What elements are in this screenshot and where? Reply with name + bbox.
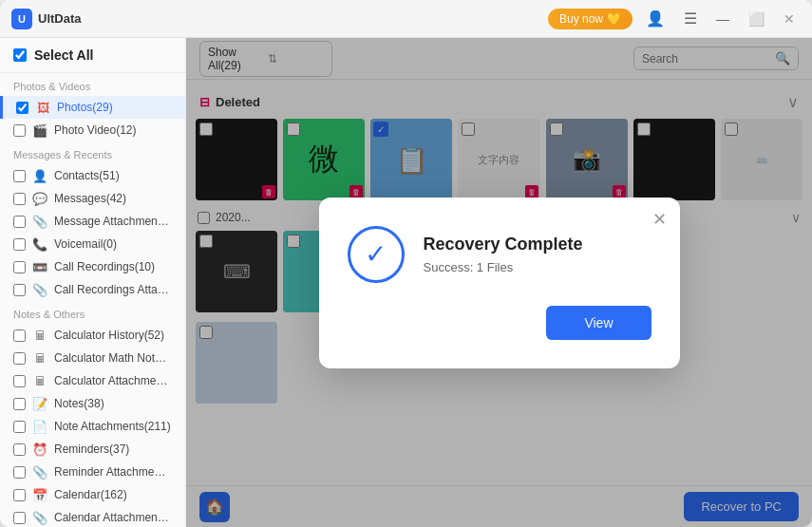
recovery-complete-modal: ✕ ✓ Recovery Complete Success: 1 Files V… xyxy=(319,198,680,368)
calc-history-checkbox[interactable] xyxy=(13,329,26,342)
buy-now-button[interactable]: Buy now 💛 xyxy=(548,9,633,29)
sidebar-item-notes[interactable]: 📝 Notes(38) xyxy=(0,392,185,415)
titlebar: U UltData Buy now 💛 👤 ☰ — ⬜ ✕ xyxy=(0,0,812,38)
photo-video-checkbox[interactable] xyxy=(13,124,26,137)
msg-attach-label: Message Attachments(16) xyxy=(54,215,172,228)
sidebar-item-photo-video[interactable]: 🎬 Photo Video(12) xyxy=(0,119,185,141)
sidebar-item-calc-attach[interactable]: 🖩 Calculator Attachments(30) xyxy=(0,369,185,392)
contacts-label: Contacts(51) xyxy=(54,169,172,182)
section-notes: Notes & Others xyxy=(0,301,185,324)
notes-label: Notes(38) xyxy=(54,397,172,410)
cal-attach-label: Calendar Attachments(1) xyxy=(54,511,172,524)
sidebar: Select All Photos & Videos 🖼 Photos(29) … xyxy=(0,38,186,527)
section-messages: Messages & Recents xyxy=(0,141,185,164)
video-icon: 🎬 xyxy=(32,122,47,138)
voicemail-label: Voicemail(0) xyxy=(54,237,172,251)
calendar-label: Calendar(162) xyxy=(54,488,172,501)
photos-icon: 🖼 xyxy=(35,100,50,115)
messages-checkbox[interactable] xyxy=(13,193,26,205)
messages-label: Messages(42) xyxy=(54,192,172,205)
calc-history-icon: 🖩 xyxy=(32,328,47,343)
msg-attach-checkbox[interactable] xyxy=(13,216,26,228)
call-attach-checkbox[interactable] xyxy=(13,284,26,296)
app-title: UltData xyxy=(38,11,82,26)
select-all-checkbox[interactable] xyxy=(13,48,27,62)
success-circle: ✓ xyxy=(348,226,405,283)
photo-video-label: Photo Video(12) xyxy=(54,123,172,137)
calls-icon: 📼 xyxy=(32,259,47,274)
modal-title: Recovery Complete xyxy=(424,235,583,254)
reminder-attach-icon: 📎 xyxy=(32,464,47,480)
calls-label: Call Recordings(10) xyxy=(54,260,172,273)
sidebar-item-contacts[interactable]: 👤 Contacts(51) xyxy=(0,164,185,187)
calc-history-label: Calculator History(52) xyxy=(54,329,172,342)
calendar-checkbox[interactable] xyxy=(13,489,26,501)
calc-math-checkbox[interactable] xyxy=(13,352,26,365)
sidebar-item-call-attachments[interactable]: 📎 Call Recordings Attachment... xyxy=(0,278,185,301)
sidebar-item-messages[interactable]: 💬 Messages(42) xyxy=(0,187,185,210)
call-attach-icon: 📎 xyxy=(32,282,47,297)
sidebar-item-voicemail[interactable]: 📞 Voicemail(0) xyxy=(0,233,185,255)
modal-subtitle: Success: 1 Files xyxy=(424,260,583,274)
msg-attach-icon: 📎 xyxy=(32,214,47,229)
modal-close-button[interactable]: ✕ xyxy=(652,209,667,230)
reminder-attach-label: Reminder Attachments(27) xyxy=(54,465,172,479)
calc-attach-icon: 🖩 xyxy=(32,373,47,388)
titlebar-actions: Buy now 💛 👤 ☰ — ⬜ ✕ xyxy=(548,6,801,31)
modal-footer: View xyxy=(348,306,651,340)
calls-checkbox[interactable] xyxy=(13,261,26,273)
sidebar-item-photos[interactable]: 🖼 Photos(29) xyxy=(0,96,185,119)
modal-overlay: ✕ ✓ Recovery Complete Success: 1 Files V… xyxy=(186,38,812,527)
contacts-checkbox[interactable] xyxy=(13,170,26,182)
calc-math-label: Calculator Math Notes(6) xyxy=(54,351,172,365)
select-all-row: Select All xyxy=(0,38,185,73)
calc-math-icon: 🖩 xyxy=(32,350,47,366)
photos-checkbox[interactable] xyxy=(16,102,28,114)
checkmark-icon: ✓ xyxy=(365,238,387,270)
cal-attach-icon: 📎 xyxy=(32,510,47,525)
sidebar-item-calc-math[interactable]: 🖩 Calculator Math Notes(6) xyxy=(0,347,185,369)
notes-checkbox[interactable] xyxy=(13,398,26,410)
menu-button[interactable]: ☰ xyxy=(678,6,703,31)
voicemail-icon: 📞 xyxy=(32,236,47,252)
reminders-checkbox[interactable] xyxy=(13,443,26,456)
calc-attach-label: Calculator Attachments(30) xyxy=(54,374,172,387)
select-all-label: Select All xyxy=(34,47,94,63)
notes-icon: 📝 xyxy=(32,396,47,411)
sidebar-item-reminder-attach[interactable]: 📎 Reminder Attachments(27) xyxy=(0,461,185,483)
modal-text: Recovery Complete Success: 1 Files xyxy=(424,235,583,274)
sidebar-item-reminders[interactable]: ⏰ Reminders(37) xyxy=(0,438,185,461)
calc-attach-checkbox[interactable] xyxy=(13,375,26,387)
logo-icon: U xyxy=(11,9,32,29)
sidebar-item-calendar[interactable]: 📅 Calendar(162) xyxy=(0,483,185,506)
note-attach-checkbox[interactable] xyxy=(13,421,26,433)
reminders-icon: ⏰ xyxy=(32,442,47,457)
sidebar-item-cal-attach[interactable]: 📎 Calendar Attachments(1) xyxy=(0,506,185,527)
cal-attach-checkbox[interactable] xyxy=(13,512,26,524)
reminders-label: Reminders(37) xyxy=(54,442,172,456)
sidebar-item-calc-history[interactable]: 🖩 Calculator History(52) xyxy=(0,324,185,347)
sidebar-item-msg-attachments[interactable]: 📎 Message Attachments(16) xyxy=(0,210,185,233)
contacts-icon: 👤 xyxy=(32,168,47,183)
view-button[interactable]: View xyxy=(546,306,651,340)
note-attach-icon: 📄 xyxy=(32,419,47,434)
content-area: Show All(29) ⇅ 🔍 ⊟ Deleted ∨ xyxy=(186,38,812,527)
minimize-button[interactable]: — xyxy=(710,8,735,30)
voicemail-checkbox[interactable] xyxy=(13,238,26,251)
main-layout: Select All Photos & Videos 🖼 Photos(29) … xyxy=(0,38,812,527)
sidebar-item-note-attachments[interactable]: 📄 Note Attachments(211) xyxy=(0,415,185,438)
reminder-attach-checkbox[interactable] xyxy=(13,466,26,479)
app-window: U UltData Buy now 💛 👤 ☰ — ⬜ ✕ Select All… xyxy=(0,0,812,527)
user-icon-button[interactable]: 👤 xyxy=(640,6,670,31)
maximize-button[interactable]: ⬜ xyxy=(743,8,770,30)
close-button[interactable]: ✕ xyxy=(778,8,801,30)
messages-icon: 💬 xyxy=(32,191,47,206)
call-attach-label: Call Recordings Attachment... xyxy=(54,283,172,296)
note-attach-label: Note Attachments(211) xyxy=(54,420,172,433)
photos-label: Photos(29) xyxy=(57,101,172,114)
app-logo: U UltData xyxy=(11,9,548,29)
modal-body: ✓ Recovery Complete Success: 1 Files xyxy=(348,226,651,283)
sidebar-item-call-recordings[interactable]: 📼 Call Recordings(10) xyxy=(0,255,185,278)
calendar-icon: 📅 xyxy=(32,487,47,502)
section-photos-videos: Photos & Videos xyxy=(0,73,185,96)
